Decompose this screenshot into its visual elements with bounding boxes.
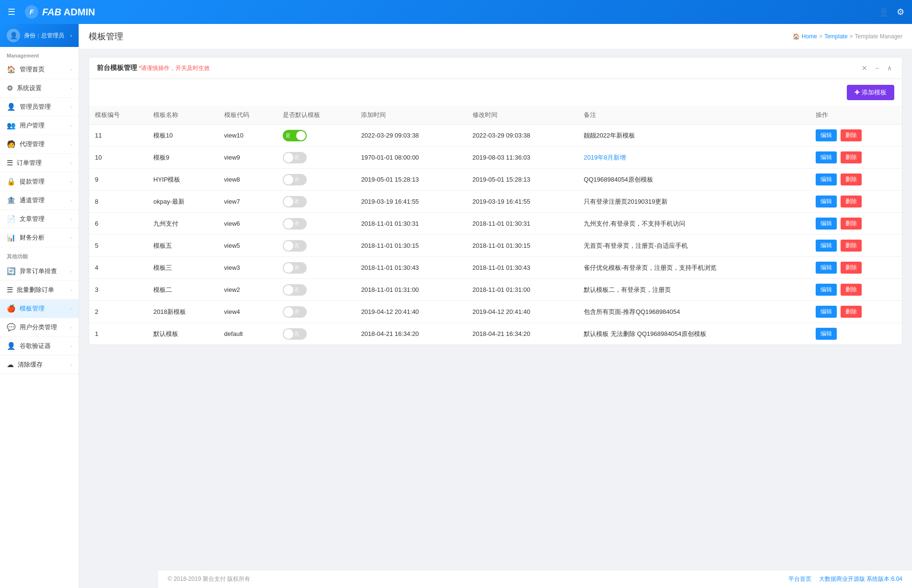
cell-mod-time: 2019-05-01 15:28:13 — [467, 169, 578, 191]
default-toggle-off[interactable] — [283, 196, 307, 208]
cell-mod-time: 2019-04-12 20:41:40 — [467, 301, 578, 323]
sidebar-item-user-category[interactable]: 💬 用户分类管理 › — [0, 318, 79, 337]
identity-label: 身份：总管理员 — [24, 32, 64, 40]
cell-actions: 编辑 删除 — [810, 147, 902, 169]
top-right-icons: 👤 ⚙ — [878, 7, 904, 17]
default-toggle-off[interactable] — [283, 152, 307, 163]
cell-mod-time: 2018-04-21 16:34:20 — [467, 323, 578, 345]
default-toggle-off[interactable] — [283, 218, 307, 230]
sidebar-item-label: 清除缓存 — [18, 360, 43, 369]
sidebar-item-label: 模板管理 — [20, 304, 45, 313]
sidebar: 👤 身份：总管理员 › Management 🏠 管理首页 › ⚙ 系统设置 ›… — [0, 24, 79, 588]
sidebar-item-label: 文章管理 — [20, 215, 45, 223]
sidebar-item-label: 代理管理 — [20, 140, 45, 149]
breadcrumb-template[interactable]: Template — [824, 33, 848, 40]
cell-note: 包含所有页面-推荐QQ1968984054 — [578, 301, 810, 323]
default-toggle-off[interactable] — [283, 262, 307, 274]
sidebar-item-agent[interactable]: 🧑 代理管理 › — [0, 135, 79, 154]
edit-button[interactable]: 编辑 — [816, 129, 837, 141]
breadcrumb-sep2: > — [850, 33, 853, 40]
sidebar-item-user[interactable]: 👥 用户管理 › — [0, 116, 79, 135]
table-row: 2 2018新模板 view4 2019-04-12 20:41:40 2019… — [89, 301, 902, 323]
sidebar-item-admin[interactable]: 👤 管理员管理 › — [0, 98, 79, 116]
default-toggle-off[interactable] — [283, 240, 307, 252]
cell-id: 6 — [89, 213, 148, 235]
cell-code: view9 — [219, 147, 277, 169]
cell-default — [277, 301, 356, 323]
sidebar-item-order[interactable]: ☰ 订单管理 › — [0, 154, 79, 173]
cell-actions: 编辑 删除 — [810, 191, 902, 213]
sidebar-item-template[interactable]: 🍎 模板管理 › — [0, 300, 79, 318]
breadcrumb-home[interactable]: Home — [802, 33, 817, 40]
sidebar-item-google-auth[interactable]: 👤 谷歌验证器 › — [0, 337, 79, 356]
edit-button[interactable]: 编辑 — [816, 173, 837, 185]
cell-actions: 编辑 删除 — [810, 257, 902, 279]
cell-name: 默认模板 — [148, 323, 219, 345]
footer-version-link[interactable]: 大数据商业开源版 系统版本:6.04 — [819, 575, 902, 583]
brand-logo: F FAB ADMIN — [25, 5, 95, 19]
avatar: 👤 — [7, 29, 20, 42]
panel-collapse-button[interactable]: ∧ — [885, 63, 894, 73]
edit-button[interactable]: 编辑 — [816, 284, 837, 296]
footer-home-link[interactable]: 平台首页 — [788, 575, 811, 583]
sidebar-item-batch-delete[interactable]: ☰ 批量删除订单 › — [0, 281, 79, 300]
settings-icon[interactable]: ⚙ — [897, 7, 904, 17]
cell-default — [277, 191, 356, 213]
delete-button[interactable]: 删除 — [841, 262, 862, 274]
add-template-button[interactable]: ✚ 添加模板 — [847, 85, 894, 100]
user-icon: 👥 — [7, 121, 16, 130]
delete-button[interactable]: 删除 — [841, 196, 862, 208]
table-body: 11 模板10 view10 2022-03-29 09:03:38 2022-… — [89, 125, 902, 345]
cell-name: 九州支付 — [148, 213, 219, 235]
chevron-icon: › — [70, 123, 72, 128]
chevron-icon: › — [70, 288, 72, 293]
edit-button[interactable]: 编辑 — [816, 240, 837, 252]
sidebar-item-home[interactable]: 🏠 管理首页 › — [0, 60, 79, 79]
edit-button[interactable]: 编辑 — [816, 328, 837, 340]
user-identity[interactable]: 👤 身份：总管理员 › — [0, 24, 79, 47]
sidebar-item-clear-cache[interactable]: ☁ 清除缓存 › — [0, 356, 79, 374]
delete-button[interactable]: 删除 — [841, 151, 862, 163]
delete-button[interactable]: 删除 — [841, 284, 862, 296]
breadcrumb-sep1: > — [819, 33, 822, 40]
default-toggle-off[interactable] — [283, 174, 307, 185]
user-icon[interactable]: 👤 — [878, 7, 889, 17]
chevron-icon: › — [70, 217, 72, 222]
default-toggle-off[interactable] — [283, 306, 307, 318]
default-toggle-off[interactable] — [283, 328, 307, 340]
delete-button[interactable]: 删除 — [841, 129, 862, 141]
main-content: 模板管理 🏠 Home > Template > Template Manage… — [79, 24, 912, 588]
menu-toggle-icon[interactable]: ☰ — [8, 7, 15, 17]
cell-id: 10 — [89, 147, 148, 169]
content-area: 前台模板管理 *请谨慎操作，开关及时生效 ✕ − ∧ ✚ 添加模板 模板编号 — [79, 49, 912, 570]
default-toggle-on[interactable] — [283, 130, 307, 141]
edit-button[interactable]: 编辑 — [816, 306, 837, 318]
delete-button[interactable]: 删除 — [841, 306, 862, 318]
delete-button[interactable]: 删除 — [841, 173, 862, 185]
edit-button[interactable]: 编辑 — [816, 218, 837, 230]
sidebar-item-channel[interactable]: 🏦 通道管理 › — [0, 191, 79, 210]
delete-button[interactable]: 删除 — [841, 240, 862, 252]
clear-cache-icon: ☁ — [7, 360, 14, 369]
sidebar-item-withdraw[interactable]: 🔒 提款管理 › — [0, 173, 79, 191]
panel-minimize-button[interactable]: − — [872, 63, 882, 73]
edit-button[interactable]: 编辑 — [816, 151, 837, 163]
panel-close-button[interactable]: ✕ — [860, 63, 869, 73]
sidebar-item-label: 管理员管理 — [20, 103, 51, 111]
sidebar-item-content[interactable]: 📄 文章管理 › — [0, 210, 79, 229]
sidebar-item-abnormal[interactable]: 🔄 异常订单排查 › — [0, 262, 79, 281]
edit-button[interactable]: 编辑 — [816, 262, 837, 274]
delete-button[interactable]: 删除 — [841, 218, 862, 230]
table-row: 8 okpay-最新 view7 2019-03-19 16:41:55 201… — [89, 191, 902, 213]
home-icon: 🏠 — [7, 65, 16, 74]
edit-button[interactable]: 编辑 — [816, 196, 837, 208]
page-header: 模板管理 🏠 Home > Template > Template Manage… — [79, 24, 912, 49]
cell-add-time: 2018-11-01 01:31:00 — [355, 279, 466, 301]
chevron-icon: › — [70, 67, 72, 72]
sidebar-item-system[interactable]: ⚙ 系统设置 › — [0, 79, 79, 98]
sidebar-item-finance[interactable]: 📊 财务分析 › — [0, 229, 79, 247]
default-toggle-off[interactable] — [283, 284, 307, 296]
order-icon: ☰ — [7, 159, 13, 167]
chevron-icon: › — [70, 104, 72, 110]
panel-subtitle: *请谨慎操作，开关及时生效 — [139, 65, 210, 71]
